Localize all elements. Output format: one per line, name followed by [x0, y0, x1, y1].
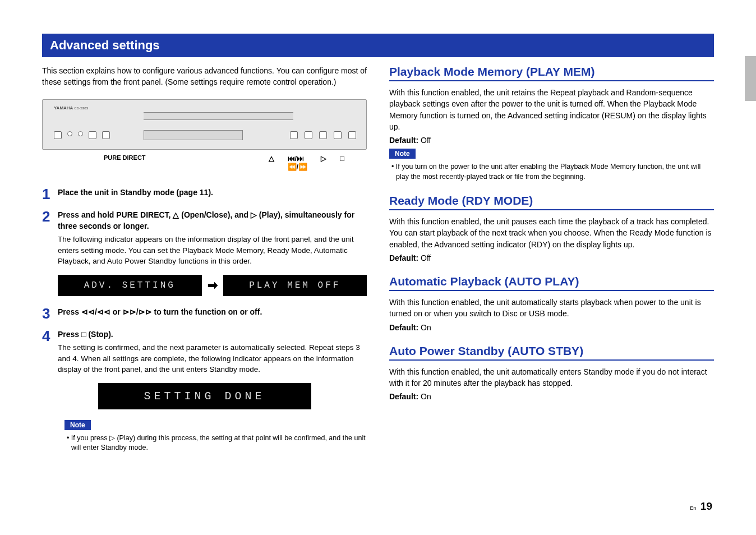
lcd-display: ADV. SETTING	[58, 275, 202, 296]
step-title: Press ⊲⊲/⊲⊲ or ⊳⊳/⊳⊳ to turn the functio…	[58, 306, 367, 317]
default-line: Default: On	[389, 323, 714, 332]
section-body: With this function enabled, the unit pau…	[389, 216, 714, 250]
section-body: With this function enabled, the unit aut…	[389, 366, 714, 389]
lcd-display: PLAY MEM OFF	[223, 275, 367, 296]
step-number: 4	[42, 329, 58, 375]
step-1: 1 Place the unit in Standby mode (page 1…	[42, 187, 367, 201]
step-title: Press and hold PURE DIRECT, △ (Open/Clos…	[58, 209, 367, 232]
page-footer: En 19	[690, 500, 712, 513]
note-badge: Note	[64, 420, 91, 430]
default-line: Default: Off	[389, 136, 714, 145]
device-button	[305, 131, 312, 139]
device-left-buttons	[54, 131, 110, 139]
stop-icon: □	[340, 154, 344, 171]
section-heading: Playback Mode Memory (PLAY MEM)	[389, 65, 714, 81]
two-column-layout: This section explains how to configure v…	[42, 65, 714, 453]
device-button	[348, 131, 356, 139]
step-number: 3	[42, 306, 58, 321]
lcd-display-done: SETTING DONE	[98, 383, 311, 409]
right-column: Playback Mode Memory (PLAY MEM) With thi…	[389, 65, 714, 453]
step-title: Place the unit in Standby mode (page 11)…	[58, 187, 367, 198]
device-button	[319, 131, 327, 139]
device-display-panel	[144, 130, 243, 140]
page-number: 19	[700, 500, 712, 512]
side-tab	[745, 56, 756, 101]
step-2: 2 Press and hold PURE DIRECT, △ (Open/Cl…	[42, 209, 367, 267]
device-button	[89, 131, 96, 139]
step-description: The setting is confirmed, and the next p…	[58, 342, 367, 375]
play-icon: ▷	[321, 154, 326, 171]
device-callouts: PURE DIRECT △ ⏮/⏭⏪/⏩ ▷ □	[42, 154, 367, 171]
intro-paragraph: This section explains how to configure v…	[42, 65, 367, 88]
arrow-right-icon: ➡	[208, 278, 218, 293]
skip-icon: ⏮/⏭⏪/⏩	[288, 154, 308, 171]
note-badge: Note	[389, 149, 416, 159]
section-body: With this function enabled, the unit aut…	[389, 297, 714, 320]
lcd-sequence: ADV. SETTING ➡ PLAY MEM OFF	[58, 275, 367, 296]
device-brand-label: YAMAHA CD-S303	[54, 105, 88, 110]
default-line: Default: Off	[389, 253, 714, 262]
left-column: This section explains how to configure v…	[42, 65, 367, 453]
section-heading: Auto Power Standby (AUTO STBY)	[389, 344, 714, 361]
device-illustration: YAMAHA CD-S303	[42, 99, 367, 150]
device-button	[290, 131, 298, 139]
step-number: 1	[42, 187, 58, 201]
device-button	[54, 131, 62, 139]
step-title: Press □ (Stop).	[58, 329, 367, 340]
footer-lang: En	[690, 505, 696, 511]
note-text: • If you turn on the power to the unit a…	[389, 162, 714, 182]
step-number: 2	[42, 209, 58, 267]
device-button	[334, 131, 342, 139]
step-description: The following indicator appears on the i…	[58, 234, 367, 267]
step-4: 4 Press □ (Stop). The setting is confirm…	[42, 329, 367, 375]
device-knob-icon	[78, 131, 83, 136]
device-tray	[144, 112, 293, 120]
device-knob-icon	[67, 131, 72, 136]
page-title: Advanced settings	[42, 34, 714, 57]
device-button	[102, 131, 110, 139]
default-line: Default: On	[389, 392, 714, 401]
device-right-buttons	[290, 131, 356, 139]
section-heading: Ready Mode (RDY MODE)	[389, 194, 714, 210]
eject-icon: △	[269, 154, 274, 171]
section-body: With this function enabled, the unit ret…	[389, 87, 714, 132]
section-heading: Automatic Playback (AUTO PLAY)	[389, 275, 714, 291]
step-3: 3 Press ⊲⊲/⊲⊲ or ⊳⊳/⊳⊳ to turn the funct…	[42, 306, 367, 321]
note-text: • If you press ▷ (Play) during this proc…	[64, 433, 367, 453]
callout-pure-direct: PURE DIRECT	[104, 154, 146, 171]
